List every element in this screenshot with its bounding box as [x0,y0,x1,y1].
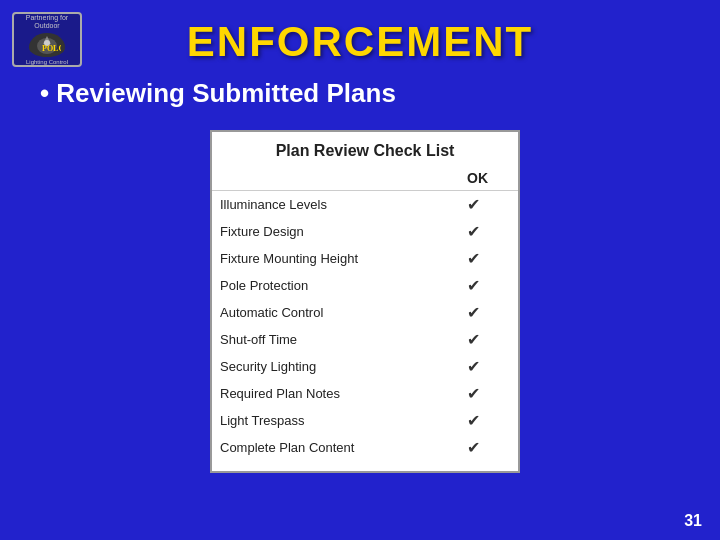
checklist-item-ok: ✔ [442,299,518,326]
logo-top-text: Partnering for Outdoor [14,14,80,31]
page-subtitle: Reviewing Submitted Plans [40,78,720,109]
col-header-ok: OK [442,170,518,191]
checklist-title: Plan Review Check List [212,142,518,164]
table-row: Light Trespass✔ [212,407,518,434]
table-row: Illuminance Levels✔ [212,191,518,219]
table-row: Fixture Mounting Height✔ [212,245,518,272]
checklist-item-ok: ✔ [442,191,518,219]
checklist-item-label: Light Trespass [212,407,442,434]
checklist-item-label: Fixture Mounting Height [212,245,442,272]
table-row: Fixture Design✔ [212,218,518,245]
page-number: 31 [684,512,702,530]
table-row: Shut-off Time✔ [212,326,518,353]
table-row: Complete Plan Content✔ [212,434,518,461]
table-row: Security Lighting✔ [212,353,518,380]
checklist-item-ok: ✔ [442,380,518,407]
checklist-item-label: Automatic Control [212,299,442,326]
logo: Partnering for Outdoor POLC Lighting Con… [12,12,82,67]
logo-bottom-text: Lighting Control [26,59,68,65]
table-row: Pole Protection✔ [212,272,518,299]
checklist-item-ok: ✔ [442,218,518,245]
checklist-item-label: Pole Protection [212,272,442,299]
checklist-item-ok: ✔ [442,245,518,272]
svg-text:POLC: POLC [42,44,61,53]
checklist-container: Plan Review Check List OK Illuminance Le… [210,130,520,473]
checklist-item-label: Illuminance Levels [212,191,442,219]
checklist-item-ok: ✔ [442,407,518,434]
checklist-item-label: Fixture Design [212,218,442,245]
col-header-item [212,170,442,191]
page-title: ENFORCEMENT [0,0,720,66]
table-row: Required Plan Notes✔ [212,380,518,407]
checklist-item-ok: ✔ [442,353,518,380]
checklist-item-label: Complete Plan Content [212,434,442,461]
checklist-item-label: Shut-off Time [212,326,442,353]
checklist-item-label: Required Plan Notes [212,380,442,407]
table-row: Automatic Control✔ [212,299,518,326]
checklist-table: OK Illuminance Levels✔Fixture Design✔Fix… [212,170,518,461]
logo-emblem: POLC [29,33,65,57]
checklist-item-label: Security Lighting [212,353,442,380]
checklist-item-ok: ✔ [442,272,518,299]
checklist-item-ok: ✔ [442,326,518,353]
checklist-item-ok: ✔ [442,434,518,461]
